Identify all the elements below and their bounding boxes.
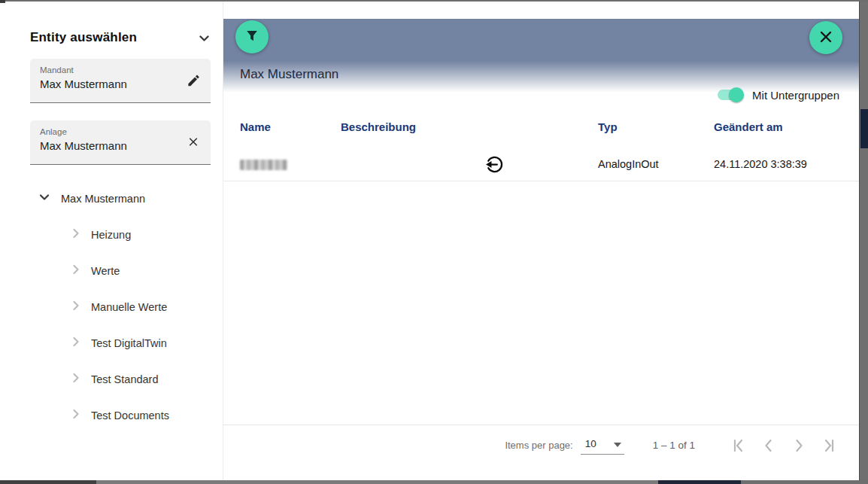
- anlage-label: Anlage: [40, 127, 178, 136]
- filter-funnel-icon: [244, 29, 259, 46]
- redacted-name-cell: [240, 160, 287, 170]
- window-corner-mark: [0, 0, 5, 3]
- tree-node-manuelle-werte[interactable]: Manuelle Werte: [70, 300, 167, 315]
- chevron-right-icon[interactable]: [70, 372, 82, 387]
- chevron-right-icon[interactable]: [70, 263, 82, 279]
- horizontal-scrollbar-segment: [0, 480, 96, 484]
- tree-node-label: Heizung: [91, 229, 131, 241]
- chevron-right-icon[interactable]: [70, 227, 82, 242]
- chevron-right-icon[interactable]: [70, 300, 82, 315]
- items-per-page-select[interactable]: 10: [581, 436, 624, 455]
- tree-node-label: Max Mustermann: [61, 193, 145, 205]
- close-button[interactable]: [809, 21, 842, 54]
- vertical-scrollbar[interactable]: [859, 2, 868, 480]
- geaendert-am-cell: 24.11.2020 3:38:39: [714, 158, 807, 170]
- table-header-row: Name Beschreibung Typ Geändert am: [223, 120, 859, 135]
- clear-icon[interactable]: [187, 135, 201, 150]
- tree-node-test-standard[interactable]: Test Standard: [70, 372, 158, 387]
- horizontal-scrollbar-thumb[interactable]: [658, 480, 741, 484]
- tree-node-label: Test Standard: [91, 373, 158, 385]
- tree-node-label: Test DigitalTwin: [91, 337, 167, 349]
- table-row[interactable]: AnalogInOut 24.11.2020 3:38:39: [223, 149, 859, 181]
- entity-dialog: Max Mustermann Mit Untergruppen Name Bes…: [223, 2, 859, 480]
- anlage-field[interactable]: Anlage Max Mustermann: [30, 120, 211, 165]
- paginator-nav: [730, 437, 838, 455]
- entity-sidebar: Entity auswählen Mandant Max Mustermann …: [0, 2, 223, 480]
- next-page-button[interactable]: [790, 437, 808, 455]
- chevron-right-icon[interactable]: [70, 408, 82, 423]
- mandant-value: Max Mustermann: [40, 78, 178, 90]
- tree-node-heizung[interactable]: Heizung: [70, 227, 131, 242]
- chevron-down-icon[interactable]: [38, 191, 50, 206]
- edit-icon[interactable]: [187, 74, 201, 88]
- select-caret-icon: [614, 437, 621, 450]
- chevron-right-icon[interactable]: [70, 336, 82, 351]
- items-per-page-label: Items per page:: [505, 440, 572, 451]
- subgroups-toggle[interactable]: [716, 87, 744, 102]
- anlage-value: Max Mustermann: [40, 139, 178, 152]
- column-header-name: Name: [240, 120, 271, 133]
- paginator: Items per page: 10 1 – 1 of 1: [223, 425, 859, 465]
- column-header-beschreibung: Beschreibung: [341, 120, 416, 133]
- previous-page-button[interactable]: [760, 437, 778, 455]
- horizontal-scrollbar-segment: [741, 480, 868, 484]
- column-header-geaendert-am: Geändert am: [714, 120, 783, 133]
- sidebar-header: Entity auswählen: [30, 30, 209, 45]
- horizontal-scrollbar[interactable]: [0, 480, 868, 484]
- mandant-field[interactable]: Mandant Max Mustermann: [30, 59, 211, 103]
- tree-node-root[interactable]: Max Mustermann: [38, 191, 145, 206]
- tree-node-label: Manuelle Werte: [91, 301, 167, 313]
- mandant-label: Mandant: [40, 65, 178, 75]
- paginator-range-label: 1 – 1 of 1: [653, 440, 695, 451]
- tree-node-label: Werte: [91, 265, 120, 277]
- last-page-button[interactable]: [820, 437, 838, 455]
- first-page-button[interactable]: [730, 437, 748, 455]
- typ-cell: AnalogInOut: [598, 158, 659, 170]
- filter-button[interactable]: [235, 20, 269, 53]
- close-icon: [819, 30, 833, 46]
- dialog-title: Max Mustermann: [240, 67, 338, 82]
- subgroups-toggle-label: Mit Untergruppen: [752, 89, 839, 102]
- subgroups-toggle-row: Mit Untergruppen: [716, 87, 839, 102]
- tree-node-test-documents[interactable]: Test Documents: [70, 408, 169, 423]
- tree-node-test-digitaltwin[interactable]: Test DigitalTwin: [70, 336, 167, 351]
- tree-node-werte[interactable]: Werte: [70, 263, 120, 279]
- items-per-page-value: 10: [585, 438, 596, 449]
- app-window: Entity auswählen Mandant Max Mustermann …: [0, 0, 868, 484]
- dialog-header-bar: [223, 19, 859, 61]
- column-header-typ: Typ: [598, 120, 618, 133]
- tree-node-label: Test Documents: [91, 409, 169, 422]
- toggle-thumb[interactable]: [729, 87, 744, 102]
- sidebar-title: Entity auswählen: [30, 30, 137, 45]
- logout-arrow-icon: [484, 154, 505, 175]
- window-top-border: [0, 0, 868, 2]
- collapse-caret-icon[interactable]: [199, 31, 209, 44]
- vertical-scrollbar-thumb[interactable]: [860, 109, 868, 148]
